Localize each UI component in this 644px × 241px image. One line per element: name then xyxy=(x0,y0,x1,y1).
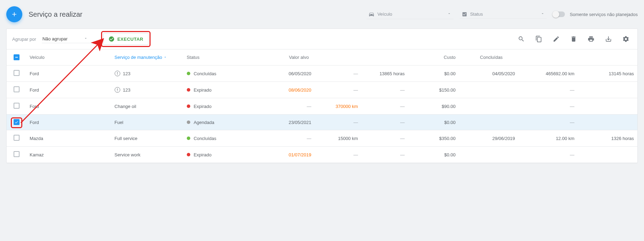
col-vehicle[interactable]: Veículo xyxy=(26,49,111,65)
unplanned-only-label: Somente serviços não planejados xyxy=(570,12,638,17)
page-header: Serviço a realizar Veículo Status Soment… xyxy=(6,6,638,29)
cell-value: 465692.00 km xyxy=(519,65,578,82)
status-dot-icon xyxy=(187,104,190,108)
table-row[interactable]: FordFuelAgendada23/05/2021——$0.00— xyxy=(7,115,637,130)
group-by-label: Agrupar por xyxy=(12,37,36,42)
vehicle-filter-placeholder: Veículo xyxy=(377,11,392,17)
cell-status: Expirado xyxy=(183,98,268,115)
settings-button[interactable] xyxy=(620,33,632,45)
cell-value xyxy=(459,98,519,115)
add-button[interactable] xyxy=(6,6,22,22)
cell-cost: $0.00 xyxy=(408,115,459,130)
car-icon xyxy=(368,11,375,17)
select-all-checkbox[interactable] xyxy=(14,54,20,60)
chevron-down-icon xyxy=(447,11,451,17)
table-row[interactable]: Ford!123Expirado08/06/2020——$150.00— xyxy=(7,82,637,98)
cell-value: 370000 km xyxy=(315,98,361,115)
col-service[interactable]: Serviço de manutenção xyxy=(111,49,183,65)
cell-vehicle: Ford xyxy=(26,65,111,82)
row-checkbox[interactable] xyxy=(14,119,20,125)
cell-status: Concluídas xyxy=(183,65,268,82)
search-button[interactable] xyxy=(515,33,527,45)
cell-value: 1326 horas xyxy=(578,130,637,147)
cell-value: 29/06/2019 xyxy=(459,130,519,147)
execute-label: EXECUTAR xyxy=(117,37,144,42)
status-dot-icon xyxy=(187,120,190,124)
row-checkbox[interactable] xyxy=(14,135,20,141)
table-row[interactable]: FordChange oilExpirado—370000 km—$90.00— xyxy=(7,98,637,115)
cell-value xyxy=(578,115,637,130)
cell-value: — xyxy=(361,147,408,163)
execute-button[interactable]: EXECUTAR xyxy=(103,33,149,45)
cell-vehicle: Ford xyxy=(26,82,111,98)
cell-value: 04/05/2020 xyxy=(459,65,519,82)
svg-rect-1 xyxy=(15,57,17,58)
row-checkbox[interactable] xyxy=(14,86,20,92)
col-completed[interactable]: Concluídas xyxy=(459,49,637,65)
cell-status: Agendada xyxy=(183,115,268,130)
row-checkbox[interactable] xyxy=(14,103,20,109)
main-panel: Agrupar por Não agrupar EXECUTAR xyxy=(6,29,638,163)
delete-button[interactable] xyxy=(568,33,580,45)
cell-value: 13145 horas xyxy=(578,65,637,82)
edit-button[interactable] xyxy=(550,33,562,45)
table-row[interactable]: MazdaFull serviceConcluídas—15000 km—$35… xyxy=(7,130,637,147)
cell-value: — xyxy=(268,98,315,115)
cell-value: — xyxy=(519,98,578,115)
cell-cost: $90.00 xyxy=(408,98,459,115)
cell-value: — xyxy=(268,130,315,147)
group-by-select[interactable]: Não agrupar xyxy=(42,35,98,43)
cell-vehicle: Ford xyxy=(26,98,111,115)
print-icon xyxy=(588,36,595,42)
unplanned-only-toggle[interactable] xyxy=(553,11,565,17)
check-square-icon xyxy=(462,11,467,17)
status-dot-icon xyxy=(187,153,190,156)
panel-toolbar: Agrupar por Não agrupar EXECUTAR xyxy=(7,29,637,49)
copy-icon xyxy=(535,36,542,42)
cell-value xyxy=(459,147,519,163)
row-checkbox[interactable] xyxy=(14,70,20,76)
vehicle-filter[interactable]: Veículo xyxy=(366,10,453,19)
cell-value: 01/07/2019 xyxy=(268,147,315,163)
cell-service: Fuel xyxy=(111,115,183,130)
cell-value: — xyxy=(361,115,408,130)
cell-value: 15000 km xyxy=(315,130,361,147)
cell-vehicle: Kamaz xyxy=(26,147,111,163)
col-target[interactable]: Valor alvo xyxy=(268,49,408,65)
cell-value: 13865 horas xyxy=(361,65,408,82)
status-dot-icon xyxy=(187,88,190,92)
cell-value: 06/05/2020 xyxy=(268,65,315,82)
cell-value xyxy=(578,98,637,115)
table-row[interactable]: KamazService workExpirado01/07/2019——$0.… xyxy=(7,147,637,163)
download-icon xyxy=(605,36,612,42)
download-button[interactable] xyxy=(603,33,614,45)
cell-value: — xyxy=(361,82,408,98)
cell-status: Expirado xyxy=(183,82,268,98)
status-dot-icon xyxy=(187,72,190,75)
cell-value: — xyxy=(315,82,361,98)
gear-icon xyxy=(622,36,629,42)
page-title: Serviço a realizar xyxy=(29,10,83,18)
cell-value xyxy=(459,82,519,98)
status-dot-icon xyxy=(187,137,190,140)
print-button[interactable] xyxy=(585,33,597,45)
cell-value xyxy=(578,82,637,98)
chevron-down-icon xyxy=(84,36,88,41)
cell-cost: $150.00 xyxy=(408,82,459,98)
cell-status: Concluídas xyxy=(183,130,268,147)
chevron-down-icon xyxy=(540,11,545,17)
copy-button[interactable] xyxy=(533,33,545,45)
row-checkbox[interactable] xyxy=(14,151,20,157)
table-row[interactable]: Ford!123Concluídas06/05/2020—13865 horas… xyxy=(7,65,637,82)
cell-service: Service work xyxy=(111,147,183,163)
cell-value: — xyxy=(519,115,578,130)
sort-asc-icon xyxy=(163,55,167,59)
col-status[interactable]: Status xyxy=(183,49,268,65)
cell-value: — xyxy=(315,65,361,82)
cell-service: !123 xyxy=(111,65,183,82)
col-cost[interactable]: Custo xyxy=(408,49,459,65)
status-filter[interactable]: Status xyxy=(460,10,547,19)
cell-value: — xyxy=(361,130,408,147)
trash-icon xyxy=(570,36,577,42)
cell-value: — xyxy=(361,98,408,115)
